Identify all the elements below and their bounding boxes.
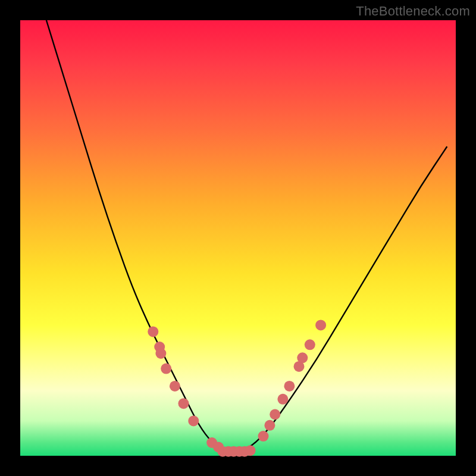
- data-point: [264, 420, 275, 431]
- data-point: [161, 364, 171, 374]
- chart-frame: TheBottleneck.com: [0, 0, 476, 476]
- data-point: [148, 326, 158, 337]
- data-point: [284, 381, 295, 392]
- data-point: [270, 409, 280, 420]
- data-point: [170, 381, 180, 392]
- data-point: [305, 339, 315, 350]
- curve-layer: [20, 20, 456, 456]
- data-point: [315, 320, 326, 330]
- data-point: [277, 394, 288, 405]
- data-point: [297, 352, 308, 363]
- watermark-text: TheBottleneck.com: [356, 4, 470, 19]
- bottleneck-curve: [46, 20, 447, 452]
- data-point: [155, 348, 166, 359]
- data-point: [188, 415, 199, 426]
- data-points: [148, 320, 326, 456]
- data-point: [178, 398, 189, 409]
- data-point: [258, 431, 269, 441]
- data-point: [245, 445, 256, 456]
- plot-area: [20, 20, 456, 456]
